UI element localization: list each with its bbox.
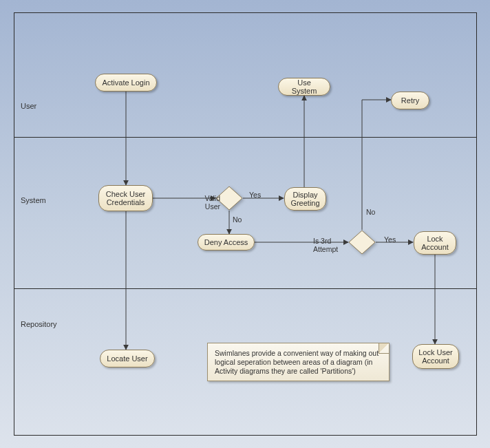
activity-retry[interactable]: Retry (391, 92, 429, 109)
activity-check-credentials[interactable]: Check User Credentials (98, 185, 153, 211)
activity-deny-access[interactable]: Deny Access (198, 234, 255, 250)
edge-label-3rd-yes: Yes (384, 236, 396, 244)
activity-label: Lock Account (421, 235, 449, 251)
lane-separator-1 (14, 137, 476, 138)
decision-is-3rd-attempt[interactable] (348, 230, 376, 255)
decision-label-3rd-attempt: Is 3rd Attempt (313, 237, 338, 253)
decision-label-valid-user: Valid User (200, 195, 220, 211)
activity-lock-account[interactable]: Lock Account (414, 231, 456, 255)
activity-label: Use System (284, 78, 324, 95)
note-comment[interactable]: Swimlanes provide a convenient way of ma… (207, 343, 390, 381)
svg-marker-1 (349, 231, 375, 254)
activity-label: Lock User Account (418, 348, 453, 365)
activity-label: Activate Login (102, 78, 149, 87)
lane-separator-2 (14, 288, 476, 289)
note-text: Swimlanes provide a convenient way of ma… (215, 349, 379, 375)
activity-label: Check User Credentials (106, 190, 145, 206)
activity-label: Deny Access (204, 238, 248, 246)
activity-label: Retry (401, 96, 419, 105)
activity-lock-user-account[interactable]: Lock User Account (412, 344, 459, 369)
lane-label-system: System (21, 196, 46, 204)
activity-use-system[interactable]: Use System (278, 78, 330, 96)
activity-label: Locate User (107, 354, 147, 363)
note-fold-icon (379, 343, 389, 354)
lane-label-repository: Repository (21, 320, 57, 328)
edge-label-valid-no: No (233, 216, 242, 224)
activity-display-greeting[interactable]: Display Greeting (284, 187, 326, 211)
activity-locate-user[interactable]: Locate User (100, 350, 155, 367)
edge-label-3rd-no: No (366, 209, 375, 217)
activity-diagram-canvas: User System Repository Activate Login (0, 0, 490, 448)
activity-activate-login[interactable]: Activate Login (95, 74, 157, 92)
lane-label-user: User (21, 102, 36, 110)
activity-label: Display Greeting (290, 191, 319, 207)
edge-label-valid-yes: Yes (249, 191, 261, 200)
